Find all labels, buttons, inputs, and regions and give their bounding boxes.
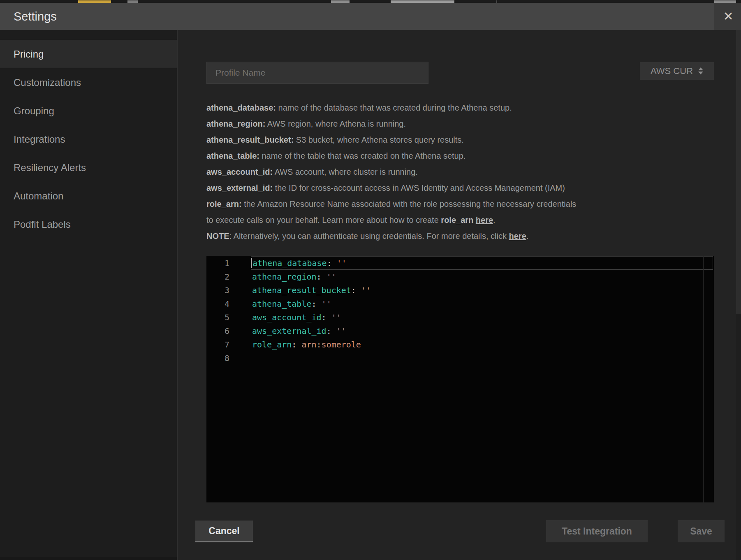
code-text: role_arn: arn:somerole — [251, 338, 713, 351]
sidebar-nav: PricingCustomizationsGroupingIntegration… — [0, 40, 177, 238]
yaml-code-editor[interactable]: 1athena_database: ''2athena_region: ''3a… — [206, 256, 714, 502]
profile-name-input[interactable] — [206, 62, 428, 84]
editor-print-margin — [703, 256, 704, 502]
settings-sidebar: PricingCustomizationsGroupingIntegration… — [0, 30, 177, 557]
sidebar-item-podfit-labels[interactable]: Podfit Labels — [0, 210, 177, 238]
dialog-title: Settings — [14, 3, 57, 30]
scrollbar-thumb[interactable] — [736, 30, 741, 314]
line-number: 3 — [206, 285, 229, 295]
description-line: athena_table: name of the table that was… — [206, 148, 692, 164]
description-line: role_arn: the Amazon Resource Name assoc… — [206, 196, 692, 212]
description-line: aws_external_id: the ID for cross-accoun… — [206, 180, 692, 196]
field-descriptions: athena_database: name of the database th… — [206, 100, 692, 244]
description-line: athena_region: AWS region, where Athena … — [206, 116, 692, 132]
sidebar-item-integrations[interactable]: Integrations — [0, 125, 177, 153]
save-button[interactable]: Save — [678, 520, 725, 542]
background-page-strip — [0, 0, 741, 3]
line-number: 7 — [206, 340, 229, 349]
code-text: athena_region: '' — [251, 270, 713, 283]
editor-line-5[interactable]: 5aws_account_id: '' — [206, 310, 714, 324]
sidebar-item-resiliency-alerts[interactable]: Resiliency Alerts — [0, 153, 177, 182]
close-icon: ✕ — [723, 9, 733, 23]
test-integration-button[interactable]: Test Integration — [546, 520, 648, 542]
line-number: 8 — [206, 353, 229, 363]
line-number: 2 — [206, 272, 229, 282]
code-text: athena_result_bucket: '' — [251, 283, 713, 297]
description-line: athena_database: name of the database th… — [206, 100, 692, 116]
cancel-button[interactable]: Cancel — [195, 521, 253, 542]
editor-line-4[interactable]: 4athena_table: '' — [206, 297, 714, 310]
sidebar-item-automation[interactable]: Automation — [0, 182, 177, 210]
description-line: aws_account_id: AWS account, where clust… — [206, 164, 692, 180]
editor-line-6[interactable]: 6aws_external_id: '' — [206, 324, 714, 338]
line-number: 5 — [206, 312, 229, 322]
editor-line-7[interactable]: 7role_arn: arn:somerole — [206, 338, 714, 351]
sidebar-divider — [177, 30, 178, 560]
modal-bottom-edge — [0, 557, 178, 560]
description-line: athena_result_bucket: S3 bucket, where A… — [206, 132, 692, 148]
code-text: athena_database: '' — [251, 256, 713, 270]
code-text — [251, 351, 713, 365]
sidebar-item-pricing[interactable]: Pricing — [0, 40, 177, 68]
dialog-titlebar: Settings — [0, 3, 741, 30]
line-number: 4 — [206, 299, 229, 309]
editor-lines: 1athena_database: ''2athena_region: ''3a… — [206, 256, 714, 365]
code-text: aws_account_id: '' — [251, 310, 713, 324]
line-number: 1 — [206, 258, 229, 268]
profile-type-select[interactable]: AWS CUR — [640, 62, 714, 80]
description-line: to execute calls on your behalf. Learn m… — [206, 212, 692, 228]
close-button[interactable]: ✕ — [718, 5, 738, 27]
editor-line-2[interactable]: 2athena_region: '' — [206, 270, 714, 283]
code-text: aws_external_id: '' — [251, 324, 713, 338]
select-arrows-icon — [698, 67, 703, 74]
profile-type-value: AWS CUR — [651, 66, 693, 76]
sidebar-item-customizations[interactable]: Customizations — [0, 68, 177, 97]
here-link[interactable]: here — [476, 215, 493, 224]
editor-line-8[interactable]: 8 — [206, 351, 714, 365]
code-text: athena_table: '' — [251, 297, 713, 310]
editor-line-3[interactable]: 3athena_result_bucket: '' — [206, 283, 714, 297]
here-link[interactable]: here — [509, 231, 526, 241]
sidebar-item-grouping[interactable]: Grouping — [0, 97, 177, 125]
description-line: NOTE: Alternatively, you can authenticat… — [206, 228, 692, 244]
editor-line-1[interactable]: 1athena_database: '' — [206, 256, 714, 270]
line-number: 6 — [206, 326, 229, 336]
